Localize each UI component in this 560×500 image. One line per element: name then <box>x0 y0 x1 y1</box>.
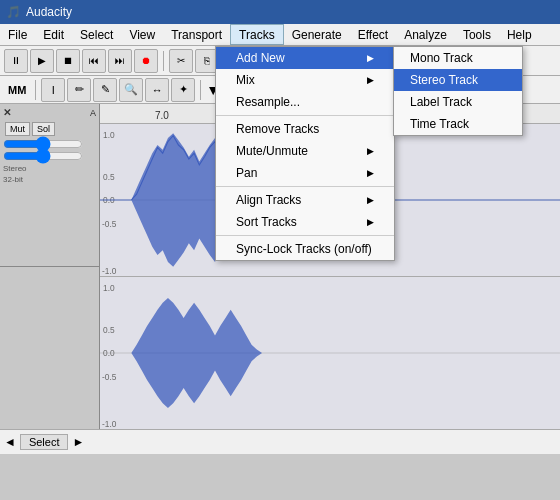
title-bar: 🎵 Audacity <box>0 0 560 24</box>
time-track-label: Time Track <box>410 117 469 131</box>
toolbar-sep1 <box>163 51 164 71</box>
svg-text:1.0: 1.0 <box>103 283 115 294</box>
toolbar-record[interactable]: ⏺ <box>134 49 158 73</box>
mute-btn[interactable]: Mut <box>5 122 30 136</box>
menu-bar: File Edit Select View Transport Tracks G… <box>0 24 560 46</box>
toolbar-skip-start[interactable]: ⏮ <box>82 49 106 73</box>
menu-item-align-tracks[interactable]: Align Tracks ▶ <box>216 189 394 211</box>
menu-tracks[interactable]: Tracks <box>230 24 284 45</box>
mono-track-label: Mono Track <box>410 51 473 65</box>
mix-label: Mix <box>236 73 255 87</box>
svg-text:-1.0: -1.0 <box>102 265 116 276</box>
menu-view[interactable]: View <box>121 24 163 45</box>
tool-select[interactable]: I <box>41 78 65 102</box>
app-title: Audacity <box>26 5 72 19</box>
app-icon: 🎵 <box>6 5 21 19</box>
menu-select[interactable]: Select <box>72 24 121 45</box>
track-x-btn[interactable]: ✕ <box>3 107 11 118</box>
add-new-arrow-icon: ▶ <box>367 53 374 63</box>
menu-help[interactable]: Help <box>499 24 540 45</box>
nav-left-icon[interactable]: ◄ <box>4 435 16 449</box>
gain-slider[interactable] <box>3 140 83 148</box>
submenu-item-time-track[interactable]: Time Track <box>394 113 522 135</box>
lower-track-control <box>0 267 99 429</box>
solo-btn[interactable]: Sol <box>32 122 55 136</box>
toolbar2-sep2 <box>200 80 201 100</box>
svg-text:0.0: 0.0 <box>103 348 115 359</box>
menu-item-sync-lock[interactable]: Sync-Lock Tracks (on/off) <box>216 238 394 260</box>
menu-tools[interactable]: Tools <box>455 24 499 45</box>
tool-multi[interactable]: ✦ <box>171 78 195 102</box>
sort-arrow-icon: ▶ <box>367 217 374 227</box>
svg-text:-1.0: -1.0 <box>102 418 116 429</box>
tool-zoom[interactable]: 🔍 <box>119 78 143 102</box>
toolbar-pause[interactable]: ⏸ <box>4 49 28 73</box>
toolbar-play[interactable]: ▶ <box>30 49 54 73</box>
mix-arrow-icon: ▶ <box>367 75 374 85</box>
add-new-label: Add New <box>236 51 285 65</box>
menu-sep-3 <box>216 235 394 236</box>
track-close-row: ✕ A <box>3 107 96 118</box>
menu-sep-1 <box>216 115 394 116</box>
menu-effect[interactable]: Effect <box>350 24 396 45</box>
menu-edit[interactable]: Edit <box>35 24 72 45</box>
track-controls: ✕ A Mut Sol Stereo 32-bit <box>0 104 100 429</box>
menu-sep-2 <box>216 186 394 187</box>
resample-label: Resample... <box>236 95 300 109</box>
toolbar2-sep1 <box>35 80 36 100</box>
submenu-item-stereo-track[interactable]: Stereo Track <box>394 69 522 91</box>
mute-arrow-icon: ▶ <box>367 146 374 156</box>
menu-item-remove-tracks[interactable]: Remove Tracks <box>216 118 394 140</box>
pan-label: Pan <box>236 166 257 180</box>
menu-transport[interactable]: Transport <box>163 24 230 45</box>
menu-generate[interactable]: Generate <box>284 24 350 45</box>
svg-text:1.0: 1.0 <box>103 130 115 141</box>
sort-tracks-label: Sort Tracks <box>236 215 297 229</box>
menu-item-mix[interactable]: Mix ▶ <box>216 69 394 91</box>
svg-text:-0.5: -0.5 <box>102 371 116 382</box>
remove-tracks-label: Remove Tracks <box>236 122 319 136</box>
track-info-stereo: Stereo <box>3 164 96 173</box>
label-track-label: Label Track <box>410 95 472 109</box>
track-info-bitdepth: 32-bit <box>3 175 96 184</box>
svg-text:-0.5: -0.5 <box>102 218 116 229</box>
upper-track-control: ✕ A Mut Sol Stereo 32-bit <box>0 104 99 267</box>
tracks-dropdown-menu: Add New ▶ Mix ▶ Resample... Remove Track… <box>215 46 395 261</box>
pan-slider[interactable] <box>3 152 83 160</box>
track-pan-label <box>3 152 96 162</box>
align-tracks-label: Align Tracks <box>236 193 301 207</box>
toolbar-cut[interactable]: ✂ <box>169 49 193 73</box>
sync-lock-label: Sync-Lock Tracks (on/off) <box>236 242 372 256</box>
waveform-lower-svg: 1.0 0.5 0.0 -0.5 -1.0 <box>100 277 560 429</box>
submenu-item-mono-track[interactable]: Mono Track <box>394 47 522 69</box>
menu-item-sort-tracks[interactable]: Sort Tracks ▶ <box>216 211 394 233</box>
tool-time-shift[interactable]: ↔ <box>145 78 169 102</box>
submenu-item-label-track[interactable]: Label Track <box>394 91 522 113</box>
menu-item-mute-unmute[interactable]: Mute/Unmute ▶ <box>216 140 394 162</box>
track-lower: 1.0 0.5 0.0 -0.5 -1.0 <box>100 277 560 429</box>
track-name-upper: A <box>90 108 96 118</box>
mute-unmute-label: Mute/Unmute <box>236 144 308 158</box>
svg-text:0.5: 0.5 <box>103 325 115 336</box>
tool-draw[interactable]: ✎ <box>93 78 117 102</box>
mm-label: MM <box>4 84 30 96</box>
stereo-track-label: Stereo Track <box>410 73 478 87</box>
toolbar-stop[interactable]: ⏹ <box>56 49 80 73</box>
menu-item-pan[interactable]: Pan ▶ <box>216 162 394 184</box>
nav-right-icon[interactable]: ► <box>72 435 84 449</box>
align-arrow-icon: ▶ <box>367 195 374 205</box>
menu-item-resample[interactable]: Resample... <box>216 91 394 113</box>
menu-file[interactable]: File <box>0 24 35 45</box>
add-new-submenu: Mono Track Stereo Track Label Track Time… <box>393 46 523 136</box>
pan-arrow-icon: ▶ <box>367 168 374 178</box>
menu-item-add-new[interactable]: Add New ▶ <box>216 47 394 69</box>
select-button[interactable]: Select <box>20 434 69 450</box>
time-mark-7: 7.0 <box>155 110 169 121</box>
menu-analyze[interactable]: Analyze <box>396 24 455 45</box>
bottom-bar: ◄ Select ► <box>0 429 560 454</box>
toolbar-skip-end[interactable]: ⏭ <box>108 49 132 73</box>
svg-text:0.5: 0.5 <box>103 172 115 183</box>
tool-envelope[interactable]: ✏ <box>67 78 91 102</box>
